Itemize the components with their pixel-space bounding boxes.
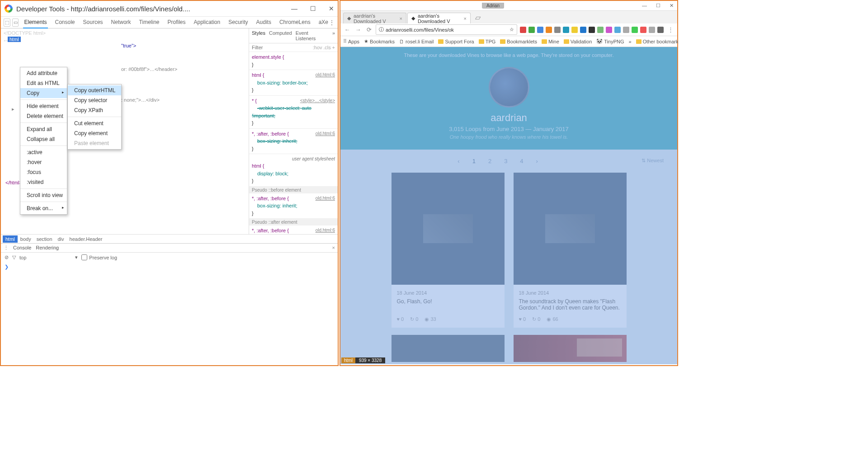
ext-icon[interactable] [649, 27, 655, 33]
close-button[interactable]: ✕ [329, 5, 334, 12]
ext-icon[interactable] [563, 27, 569, 33]
rule-html[interactable]: old.html:6html {box-sizing: border-box;} [249, 70, 338, 96]
kebab-menu-icon[interactable]: ⋮ [329, 19, 335, 26]
tab-security[interactable]: Security [227, 17, 249, 28]
reload-button[interactable]: ⟳ [365, 26, 373, 34]
tab-timeline[interactable]: Timeline [138, 17, 160, 28]
ext-icon[interactable] [623, 27, 629, 33]
ext-icon[interactable] [614, 27, 621, 33]
tab-profiles[interactable]: Profiles [166, 17, 186, 28]
ctx-focus[interactable]: :focus [20, 167, 67, 177]
ext-icon[interactable] [657, 27, 664, 33]
filter-icon[interactable]: ▽ [12, 254, 16, 260]
bookmark-item[interactable]: ★ Bookmarks [364, 38, 395, 44]
tab-audits[interactable]: Audits [255, 17, 272, 28]
chrome-menu-icon[interactable]: ⋮ [666, 26, 675, 34]
ext-icon[interactable] [546, 27, 552, 33]
rule-after[interactable]: old.html:6*, :after, :before {box-sizing… [249, 226, 338, 234]
back-button[interactable]: ← [343, 26, 351, 34]
ctx-visited[interactable]: :visited [20, 177, 67, 187]
device-icon[interactable]: ▭ [12, 19, 19, 27]
ctx-edit-html[interactable]: Edit as HTML [20, 78, 67, 88]
ctx-copy[interactable]: Copy [20, 88, 67, 98]
ctx-collapse[interactable]: Collapse all [20, 134, 67, 144]
ctx-break[interactable]: Break on... [20, 203, 67, 213]
rule-star[interactable]: <style>…</style>* {-webkit-user-select: … [249, 96, 338, 129]
maximize-button[interactable]: ☐ [310, 5, 316, 12]
tab-application[interactable]: Application [193, 17, 222, 28]
drawer-close-icon[interactable]: × [332, 245, 335, 251]
tab-chromelens[interactable]: ChromeLens [278, 17, 311, 28]
preserve-log-checkbox[interactable]: Preserve log [81, 254, 117, 260]
styles-tab-styles[interactable]: Styles [252, 30, 265, 41]
breadcrumb-div[interactable]: div [55, 235, 67, 243]
ext-icon[interactable] [528, 27, 535, 33]
profile-badge[interactable]: Adrian [482, 3, 504, 9]
breadcrumb-html[interactable]: html [3, 235, 18, 243]
html-element-selected[interactable]: html [8, 37, 21, 42]
minimize-button[interactable]: — [642, 3, 647, 9]
ext-icon[interactable] [597, 27, 604, 33]
browser-tab[interactable]: ◆aardrian's Downloaded V× [343, 13, 406, 24]
rule-html-ua[interactable]: user agent stylesheethtml {display: bloc… [249, 154, 338, 187]
tab-axe[interactable]: aXe [318, 17, 329, 28]
ctx-copy-outerhtml[interactable]: Copy outerHTML [68, 85, 121, 95]
drawer-menu-icon[interactable]: ⋮ [4, 245, 9, 251]
minimize-button[interactable]: — [291, 5, 297, 12]
elements-tree[interactable]: <!DOCTYPE html> …html "true"> or: #00bf8… [1, 28, 249, 234]
ctx-expand[interactable]: Expand all [20, 124, 67, 134]
ext-icon[interactable] [606, 27, 612, 33]
ctx-scroll[interactable]: Scroll into view [20, 190, 67, 200]
ctx-copy-xpath[interactable]: Copy XPath [68, 105, 121, 115]
styles-filter-input[interactable] [252, 45, 274, 50]
bookmark-item[interactable]: 🐼 TinyPNG [596, 38, 624, 44]
more-icon[interactable]: » [332, 30, 335, 41]
styles-tab-listeners[interactable]: Event Listeners [296, 30, 329, 41]
bookmark-folder[interactable]: Support Fora [438, 39, 474, 44]
breadcrumb-header[interactable]: header.Header [67, 235, 105, 243]
clear-console-icon[interactable]: ⊘ [5, 254, 9, 260]
maximize-button[interactable]: ☐ [656, 3, 660, 9]
ctx-copy-element[interactable]: Copy element [68, 128, 121, 138]
ctx-active[interactable]: :active [20, 147, 67, 157]
tab-elements[interactable]: Elements [23, 17, 47, 28]
tab-close-icon[interactable]: × [400, 16, 402, 21]
hov-toggle[interactable]: :hov [313, 45, 322, 50]
cls-toggle[interactable]: .cls [323, 45, 331, 50]
rule-pseudo[interactable]: old.html:6*, :after, :before {box-sizing… [249, 129, 338, 155]
tab-close-icon[interactable]: × [464, 16, 467, 21]
close-button[interactable]: ✕ [670, 3, 674, 9]
tab-sources[interactable]: Sources [82, 17, 104, 28]
browser-tab-active[interactable]: ◆aardrian's Downloaded V× [407, 13, 471, 24]
drawer-tab-console[interactable]: Console [13, 245, 31, 251]
breadcrumb-body[interactable]: body [18, 235, 34, 243]
ext-icon[interactable] [640, 27, 646, 33]
ext-icon[interactable] [537, 27, 543, 33]
ctx-cut-element[interactable]: Cut element [68, 118, 121, 128]
tab-console[interactable]: Console [54, 17, 76, 28]
ctx-hide[interactable]: Hide element [20, 101, 67, 111]
ext-icon[interactable] [580, 27, 586, 33]
forward-button[interactable]: → [354, 26, 362, 34]
new-tab-button[interactable]: ▱ [472, 11, 484, 24]
ctx-copy-selector[interactable]: Copy selector [68, 95, 121, 105]
site-info-icon[interactable]: ⓘ [379, 26, 384, 33]
bookmark-folder[interactable]: Validation [564, 39, 592, 44]
ctx-delete[interactable]: Delete element [20, 111, 67, 121]
apps-button[interactable]: ⠿ Apps [343, 38, 359, 44]
styles-tab-computed[interactable]: Computed [269, 30, 292, 41]
star-icon[interactable]: ☆ [509, 27, 514, 33]
ext-icon[interactable] [571, 27, 578, 33]
plus-icon[interactable]: + [332, 45, 335, 50]
inspect-icon[interactable]: ⬚ [4, 19, 10, 27]
tab-network[interactable]: Network [110, 17, 132, 28]
bookmark-folder[interactable]: Bookmarklets [500, 39, 537, 44]
ext-icon[interactable] [632, 27, 638, 33]
console-body[interactable]: ❯ [1, 262, 338, 357]
bookmark-item[interactable]: 🗋 rosel.li Email [399, 39, 434, 44]
breadcrumb-section[interactable]: section [34, 235, 55, 243]
bookmark-folder[interactable]: TPG [479, 39, 496, 44]
ctx-hover[interactable]: :hover [20, 157, 67, 167]
ext-icon[interactable] [554, 27, 561, 33]
bookmark-folder[interactable]: Mine [542, 39, 559, 44]
